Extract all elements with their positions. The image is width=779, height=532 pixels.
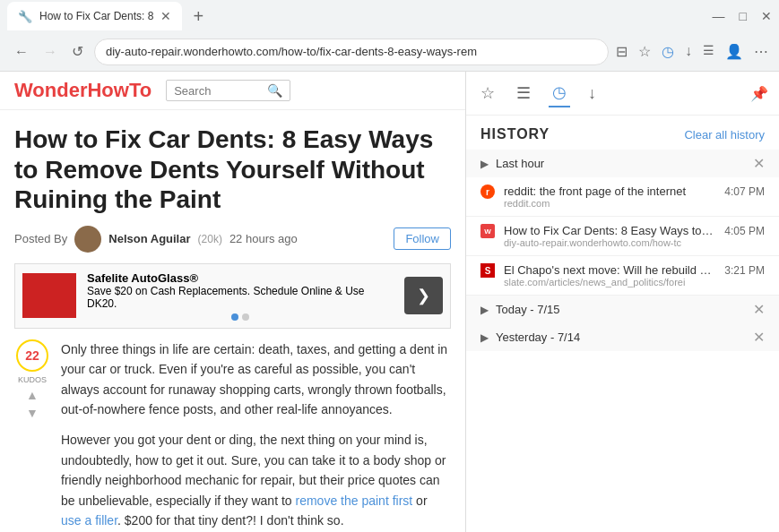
author-name: Nelson Aguilar <box>108 232 190 245</box>
history-header: HISTORY Clear all history <box>466 116 779 150</box>
history-item-whowto-url: diy-auto-repair.wonderhowto.com/how-tc <box>504 237 715 248</box>
reader-icon[interactable]: ☰ <box>703 43 714 60</box>
kudos-section: 22 KUDOS ▲ ▼ <box>14 339 50 532</box>
today-section-header[interactable]: ▶ Today - 7/15 ✕ <box>466 296 779 323</box>
content-area: WonderHowTo 🔍 How to Fix Car Dents: 8 Ea… <box>0 72 779 532</box>
tab-close-button[interactable]: ✕ <box>160 9 171 23</box>
minimize-button[interactable]: — <box>713 9 725 23</box>
author-bar: Posted By Nelson Aguilar (20k) 22 hours … <box>14 226 451 253</box>
kudos-badge: 22 <box>16 339 48 372</box>
author-kudos: (20k) <box>198 233 222 245</box>
history-item-slate-title: El Chapo's next move: Will he rebuild hi… <box>504 263 715 277</box>
maximize-button[interactable]: □ <box>740 9 747 23</box>
address-text: diy-auto-repair.wonderhowto.com/how-to/f… <box>106 45 597 58</box>
history-title: HISTORY <box>480 126 550 142</box>
history-item-slate-content: El Chapo's next move: Will he rebuild hi… <box>504 263 715 287</box>
profile-icon[interactable]: 👤 <box>725 43 743 60</box>
last-hour-chevron: ▶ <box>480 158 489 170</box>
last-hour-section: ▶ Last hour ✕ r reddit: the front page o… <box>466 150 779 296</box>
history-item-slate-url: slate.com/articles/news_and_politics/for… <box>504 277 715 287</box>
posted-by-label: Posted By <box>14 232 67 245</box>
history-panel: ☆ ☰ ◷ ↓ 📌 HISTORY Clear all history ▶ La… <box>465 72 779 532</box>
link-use-filler[interactable]: use a filler <box>61 513 117 528</box>
ad-copy: Save $20 on Cash Replacements. Schedule … <box>87 285 394 310</box>
slate-favicon: S <box>480 263 495 278</box>
back-button[interactable]: ← <box>11 40 32 64</box>
whowto-favicon: W <box>480 224 495 238</box>
ad-dot-1 <box>231 313 238 321</box>
search-input[interactable] <box>174 84 264 98</box>
ad-thumbnail <box>22 273 76 318</box>
new-tab-button[interactable]: + <box>189 6 207 27</box>
ad-content: Safelite AutoGlass® Save $20 on Cash Rep… <box>87 271 394 321</box>
bookmark-icon[interactable]: ☆ <box>638 43 651 60</box>
last-hour-close-icon[interactable]: ✕ <box>753 155 765 172</box>
time-ago: 22 hours ago <box>229 232 298 245</box>
ad-brand: Safelite AutoGlass® <box>87 271 394 285</box>
refresh-button[interactable]: ↺ <box>68 39 87 64</box>
today-close-icon[interactable]: ✕ <box>753 301 765 318</box>
panel-reading-icon[interactable]: ☰ <box>513 80 534 107</box>
history-icon[interactable]: ◷ <box>662 43 674 60</box>
address-bar[interactable]: diy-auto-repair.wonderhowto.com/how-to/f… <box>94 39 609 65</box>
panel-pin-icon[interactable]: 📌 <box>750 85 768 102</box>
today-label: Today - 7/15 <box>496 303 746 316</box>
history-item-whowto-time: 4:05 PM <box>724 225 765 237</box>
window-controls: — □ ✕ <box>713 9 772 23</box>
history-item-reddit-content: reddit: the front page of the internet r… <box>504 184 715 209</box>
site-logo: WonderHowTo <box>14 79 151 102</box>
article-content: How to Fix Car Dents: 8 Easy Ways to Rem… <box>0 110 465 532</box>
yesterday-section-header[interactable]: ▶ Yesterday - 7/14 ✕ <box>466 323 779 351</box>
today-chevron: ▶ <box>480 304 489 316</box>
article-main: 22 KUDOS ▲ ▼ Only three things in life a… <box>14 339 451 532</box>
ad-banner: Safelite AutoGlass® Save $20 on Cash Rep… <box>14 263 451 329</box>
site-header: WonderHowTo 🔍 <box>0 72 465 110</box>
history-item-reddit-url: reddit.com <box>504 198 715 209</box>
ad-dots <box>87 313 394 321</box>
downvote-icon[interactable]: ▼ <box>26 406 39 420</box>
kudos-label: KUDOS <box>18 375 47 384</box>
article-para-1: Only three things in life are certain: d… <box>61 339 451 420</box>
ad-cta-button[interactable]: ❯ <box>404 277 443 314</box>
history-item-whowto-title: How to Fix Car Dents: 8 Easy Ways to Rem <box>504 224 715 237</box>
history-item-slate-time: 3:21 PM <box>724 264 765 277</box>
follow-button[interactable]: Follow <box>394 227 451 250</box>
author-avatar <box>74 226 101 253</box>
yesterday-close-icon[interactable]: ✕ <box>753 329 765 346</box>
webpage: WonderHowTo 🔍 How to Fix Car Dents: 8 Ea… <box>0 72 465 532</box>
clear-history-button[interactable]: Clear all history <box>684 128 765 142</box>
upvote-icon[interactable]: ▲ <box>26 388 39 402</box>
active-tab[interactable]: 🔧 How to Fix Car Dents: 8 ✕ <box>7 2 182 30</box>
download-icon[interactable]: ↓ <box>685 43 692 60</box>
link-remove-paint[interactable]: remove the paint first <box>296 493 413 508</box>
search-box[interactable]: 🔍 <box>166 80 290 101</box>
last-hour-label: Last hour <box>496 157 746 170</box>
last-hour-header[interactable]: ▶ Last hour ✕ <box>466 150 779 177</box>
ad-dot-2 <box>242 313 249 321</box>
title-bar: 🔧 How to Fix Car Dents: 8 ✕ + — □ ✕ <box>0 0 779 32</box>
article-title: How to Fix Car Dents: 8 Easy Ways to Rem… <box>14 124 451 215</box>
history-item-reddit-title: reddit: the front page of the internet <box>504 184 715 198</box>
forward-button[interactable]: → <box>39 40 61 64</box>
panel-toolbar: ☆ ☰ ◷ ↓ 📌 <box>466 72 779 116</box>
article-body: Only three things in life are certain: d… <box>61 339 451 532</box>
history-item-reddit-time: 4:07 PM <box>724 185 765 198</box>
search-icon[interactable]: 🔍 <box>267 83 282 98</box>
kudos-number: 22 <box>25 348 39 363</box>
browser-frame: 🔧 How to Fix Car Dents: 8 ✕ + — □ ✕ ← → … <box>0 0 779 532</box>
history-item-whowto-content: How to Fix Car Dents: 8 Easy Ways to Rem… <box>504 224 715 248</box>
more-icon[interactable]: ⋯ <box>754 43 768 60</box>
history-item-whowto[interactable]: W How to Fix Car Dents: 8 Easy Ways to R… <box>466 217 779 256</box>
article-para-2: However you got your dent or ding, the n… <box>61 430 451 530</box>
yesterday-label: Yesterday - 7/14 <box>496 330 746 344</box>
panel-favorites-icon[interactable]: ☆ <box>477 80 498 107</box>
nav-bar: ← → ↺ diy-auto-repair.wonderhowto.com/ho… <box>0 32 779 72</box>
yesterday-chevron: ▶ <box>480 331 489 344</box>
tab-manager-icon[interactable]: ⊟ <box>616 43 628 60</box>
history-item-reddit[interactable]: r reddit: the front page of the internet… <box>466 177 779 217</box>
close-button[interactable]: ✕ <box>761 9 772 23</box>
history-item-slate[interactable]: S El Chapo's next move: Will he rebuild … <box>466 256 779 296</box>
tab-title: How to Fix Car Dents: 8 <box>39 10 153 22</box>
panel-history-icon[interactable]: ◷ <box>549 79 570 107</box>
panel-download-icon[interactable]: ↓ <box>584 81 600 107</box>
